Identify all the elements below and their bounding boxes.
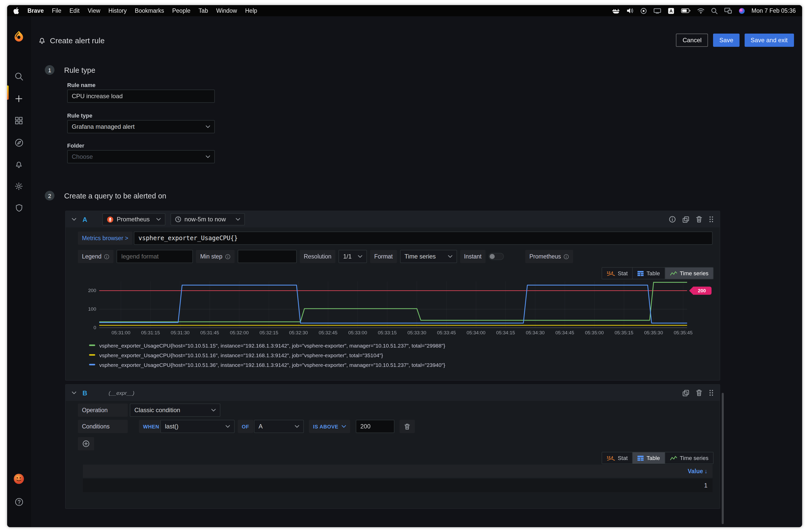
reducer-function-select[interactable]: last() xyxy=(160,420,235,433)
save-and-exit-button[interactable]: Save and exit xyxy=(745,34,794,47)
info-icon xyxy=(225,254,230,259)
svg-text:200: 200 xyxy=(88,288,96,293)
volume-icon[interactable] xyxy=(626,7,633,14)
min-step-input[interactable] xyxy=(238,250,297,263)
admin-shield-icon[interactable] xyxy=(13,202,25,214)
page-header: Create alert rule Cancel Save Save and e… xyxy=(31,16,802,54)
time-range-select[interactable]: now-5m to now xyxy=(171,213,245,225)
vis-timeseries-button[interactable]: Time series xyxy=(665,452,713,464)
menu-bookmarks[interactable]: Bookmarks xyxy=(135,7,164,14)
duplicate-query-icon[interactable] xyxy=(683,216,689,223)
menu-window[interactable]: Window xyxy=(216,7,237,14)
drag-handle-icon[interactable] xyxy=(709,389,713,396)
save-button[interactable]: Save xyxy=(713,34,740,47)
menubar-app-name[interactable]: Brave xyxy=(28,7,44,14)
threshold-input[interactable] xyxy=(356,420,394,433)
legend-series-swatch xyxy=(89,354,95,356)
dashboards-icon[interactable] xyxy=(13,115,25,127)
vis-table-button[interactable]: Table xyxy=(633,452,665,464)
datasource-select[interactable]: Prometheus xyxy=(103,213,166,225)
vis-stat-button[interactable]: 12.4 Stat xyxy=(602,452,633,464)
svg-text:05:34:15: 05:34:15 xyxy=(496,330,515,335)
alerting-bell-icon[interactable] xyxy=(13,158,25,170)
menu-view[interactable]: View xyxy=(88,7,100,14)
promql-query-input[interactable]: vsphere_exporter_UsageCPU{} xyxy=(134,231,712,245)
rule-name-input[interactable] xyxy=(67,89,215,103)
vis-stat-button[interactable]: 12.4 Stat xyxy=(602,268,633,279)
menu-edit[interactable]: Edit xyxy=(69,7,80,14)
configuration-gear-icon[interactable] xyxy=(13,180,25,192)
legend-item[interactable]: vsphere_exporter_UsageCPU{host="10.10.51… xyxy=(89,340,445,350)
menu-file[interactable]: File xyxy=(52,7,61,14)
metrics-browser-button[interactable]: Metrics browser > xyxy=(78,231,132,245)
grafana-logo[interactable] xyxy=(13,30,25,42)
vis-table-button[interactable]: Table xyxy=(633,268,665,279)
screen-mirroring-icon[interactable] xyxy=(724,7,731,14)
drag-handle-icon[interactable] xyxy=(709,216,713,223)
query-help-icon[interactable] xyxy=(669,216,676,223)
collapse-chevron-icon[interactable] xyxy=(72,391,76,394)
legend-format-input[interactable] xyxy=(117,250,193,263)
condition-query-select[interactable]: A xyxy=(254,420,304,433)
chevron-down-icon xyxy=(206,155,210,158)
explore-compass-icon[interactable] xyxy=(13,136,25,149)
desktop-screen: Brave File Edit View History Bookmarks P… xyxy=(7,5,802,527)
menu-tab[interactable]: Tab xyxy=(199,7,208,14)
resolution-select[interactable]: 1/1 xyxy=(339,250,367,263)
create-plus-icon[interactable] xyxy=(13,92,25,105)
user-avatar[interactable] xyxy=(13,473,25,485)
delete-query-icon[interactable] xyxy=(696,216,702,223)
svg-text:05:31:30: 05:31:30 xyxy=(171,330,190,335)
svg-text:05:34:45: 05:34:45 xyxy=(555,330,574,335)
result-table-sort-header[interactable]: Value ↓ xyxy=(83,465,712,478)
svg-text:05:32:00: 05:32:00 xyxy=(230,330,248,335)
info-icon xyxy=(104,254,110,259)
rule-type-select[interactable]: Grafana managed alert xyxy=(67,120,215,133)
query-a-refid: A xyxy=(83,216,87,223)
rule-name-label: Rule name xyxy=(67,82,96,88)
legend-item[interactable]: vsphere_exporter_UsageCPU{host="10.10.51… xyxy=(89,360,445,370)
query-a-vis-switcher: 12.4 Stat Table Time series xyxy=(601,267,713,279)
evaluator-select[interactable]: IS ABOVE xyxy=(309,420,350,433)
duplicate-query-icon[interactable] xyxy=(683,390,689,396)
instant-label: Instant xyxy=(460,250,485,263)
delete-query-icon[interactable] xyxy=(696,389,702,396)
timeseries-chart[interactable]: 010020005:31:0005:31:1505:31:3005:31:450… xyxy=(84,278,718,340)
folder-select[interactable]: Choose xyxy=(67,150,215,164)
help-icon[interactable] xyxy=(13,496,25,508)
battery-icon[interactable] xyxy=(681,8,690,13)
format-select[interactable]: Time series xyxy=(400,250,457,263)
legend-series-label: vsphere_exporter_UsageCPU{host="10.10.51… xyxy=(99,362,445,368)
siri-icon[interactable] xyxy=(738,7,745,14)
legend-item[interactable]: vsphere_exporter_UsageCPU{host="10.10.51… xyxy=(89,350,445,360)
result-value: 1 xyxy=(704,482,707,489)
spotlight-search-icon[interactable] xyxy=(711,7,717,14)
page-title: Create alert rule xyxy=(50,36,105,45)
apple-menu-icon[interactable] xyxy=(13,7,19,14)
stat-icon: 12.4 xyxy=(606,455,615,461)
svg-text:05:31:15: 05:31:15 xyxy=(141,330,160,335)
collapse-chevron-icon[interactable] xyxy=(72,218,76,221)
record-icon[interactable] xyxy=(640,7,647,14)
vis-timeseries-button[interactable]: Time series xyxy=(665,268,713,279)
svg-text:05:33:30: 05:33:30 xyxy=(408,330,426,335)
operation-select[interactable]: Classic condition xyxy=(130,404,220,417)
when-keyword[interactable]: WHEN xyxy=(139,420,163,433)
delete-condition-button[interactable] xyxy=(399,420,415,433)
instant-toggle[interactable] xyxy=(488,253,504,260)
search-icon[interactable] xyxy=(13,70,25,82)
input-source-icon[interactable]: A xyxy=(668,7,674,14)
display-icon[interactable] xyxy=(653,8,661,14)
content-scrollbar[interactable] xyxy=(722,393,724,524)
whale-icon[interactable] xyxy=(612,8,620,14)
cancel-button[interactable]: Cancel xyxy=(676,34,708,47)
add-condition-button[interactable] xyxy=(78,437,94,450)
menu-people[interactable]: People xyxy=(172,7,191,14)
svg-text:05:32:45: 05:32:45 xyxy=(319,330,338,335)
wifi-icon[interactable] xyxy=(697,8,704,14)
menu-help[interactable]: Help xyxy=(245,7,257,14)
menu-history[interactable]: History xyxy=(108,7,127,14)
menubar-clock[interactable]: Mon 7 Feb 05:36 xyxy=(752,7,796,14)
svg-text:A: A xyxy=(669,8,672,13)
sidebar-active-indicator xyxy=(7,85,8,100)
